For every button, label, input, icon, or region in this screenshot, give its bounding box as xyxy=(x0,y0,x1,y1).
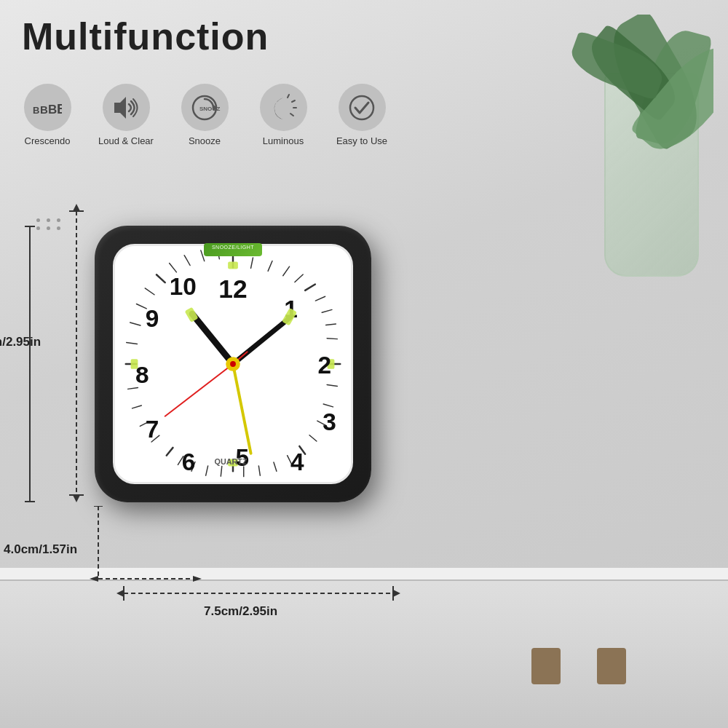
moon-icon xyxy=(260,84,307,131)
svg-point-12 xyxy=(350,96,373,119)
width-dimension-area: 7.5cm/2.95in xyxy=(116,571,408,633)
svg-text:4: 4 xyxy=(290,448,304,475)
svg-text:B: B xyxy=(48,103,57,116)
speaker-icon xyxy=(103,84,150,131)
svg-text:9: 9 xyxy=(146,305,159,332)
svg-line-23 xyxy=(327,339,337,339)
height-dim-line-bottom xyxy=(25,501,35,502)
clock-body: SNOOZE/LIGHT xyxy=(95,226,371,502)
svg-line-9 xyxy=(292,100,295,102)
height-label: 7.5cm/2.95in xyxy=(0,335,41,349)
svg-text:10: 10 xyxy=(170,273,197,300)
loud-clear-label: Loud & Clear xyxy=(98,135,154,146)
svg-rect-54 xyxy=(228,262,238,269)
clock-svg: 12 1 2 3 4 5 6 7 8 9 10 QUARTZ xyxy=(115,246,351,482)
svg-point-78 xyxy=(230,361,236,367)
height-dim-line-v xyxy=(29,226,31,502)
svg-marker-86 xyxy=(116,590,124,597)
svg-text:B: B xyxy=(40,103,48,116)
features-row: B B B B Crescendo Loud & Clear xyxy=(15,84,395,146)
svg-text:3: 3 xyxy=(323,408,336,435)
svg-text:QUARTZ: QUARTZ xyxy=(215,457,248,466)
svg-marker-91 xyxy=(73,204,80,211)
height-dim-svg xyxy=(55,204,98,510)
svg-text:B: B xyxy=(33,105,39,116)
plant-decoration xyxy=(524,0,728,473)
depth-label: 4.0cm/1.57in xyxy=(4,542,77,557)
svg-text:B: B xyxy=(57,101,62,116)
svg-line-11 xyxy=(290,114,293,116)
header: Multifunction xyxy=(22,15,269,58)
snooze-icon: SNOOZE xyxy=(181,84,229,131)
drawer-handle-right xyxy=(597,648,626,684)
feature-luminous: Luminous xyxy=(250,84,316,146)
feature-crescendo: B B B B Crescendo xyxy=(15,84,80,146)
luminous-label: Luminous xyxy=(263,135,304,146)
crescendo-icon: B B B B xyxy=(24,84,71,131)
svg-marker-92 xyxy=(73,495,80,502)
drawer-handle-left xyxy=(531,648,561,684)
clock-face: 12 1 2 3 4 5 6 7 8 9 10 QUARTZ xyxy=(113,244,353,484)
svg-line-8 xyxy=(288,95,289,98)
height-dim-line-top xyxy=(25,226,35,227)
width-label: 7.5cm/2.95in xyxy=(204,604,277,619)
svg-text:7: 7 xyxy=(146,416,159,443)
svg-text:8: 8 xyxy=(135,362,149,389)
feature-easy-to-use: Easy to Use xyxy=(329,84,395,146)
svg-text:SNOOZE: SNOOZE xyxy=(199,106,221,112)
plant-leaves xyxy=(568,15,713,233)
clock-wrapper: 7.5cm/2.95in SNOOZE/LIGHT xyxy=(73,197,393,517)
snooze-button-label: SNOOZE/LIGHT xyxy=(212,245,254,250)
svg-marker-4 xyxy=(114,97,126,119)
height-dimension-area xyxy=(55,204,98,513)
svg-marker-83 xyxy=(90,576,98,582)
svg-text:6: 6 xyxy=(182,448,196,475)
snooze-light-button[interactable]: SNOOZE/LIGHT xyxy=(204,243,262,256)
svg-text:2: 2 xyxy=(317,352,331,379)
snooze-label: Snooze xyxy=(189,135,221,146)
width-dim-svg xyxy=(116,571,408,630)
easy-to-use-label: Easy to Use xyxy=(336,135,387,146)
feature-snooze: SNOOZE Snooze xyxy=(172,84,237,146)
page-title: Multifunction xyxy=(22,15,269,58)
svg-marker-87 xyxy=(393,590,400,597)
feature-loud-clear: Loud & Clear xyxy=(93,84,159,146)
crescendo-label: Crescendo xyxy=(25,135,71,146)
svg-text:12: 12 xyxy=(218,274,247,303)
check-icon xyxy=(339,84,386,131)
